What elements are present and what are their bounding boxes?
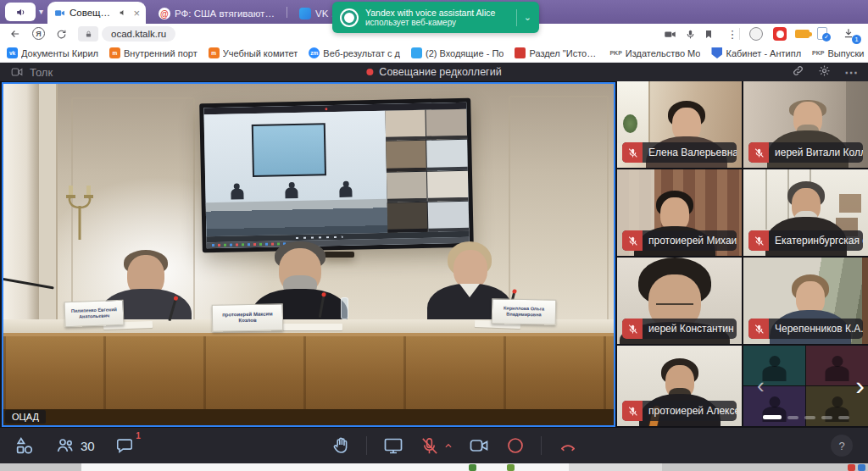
mic-muted-icon (748, 142, 769, 163)
yandex-services-button[interactable]: Я (32, 27, 45, 40)
back-button[interactable] (8, 27, 22, 41)
mic-muted-icon (622, 230, 643, 251)
participant-tile[interactable]: иерей Константин Ре... (617, 258, 742, 344)
downloads-button[interactable]: 1 (843, 27, 858, 42)
desk-base (3, 409, 614, 425)
participant-tile[interactable]: Елена Валерьевна Гр... (617, 81, 742, 168)
bookmark-item[interactable]: mВнутренний порт (109, 47, 198, 58)
carousel-prev-icon[interactable]: ‹ (757, 373, 765, 399)
help-button[interactable]: ? (831, 435, 853, 457)
layout-view-button[interactable] (14, 435, 35, 457)
bookmark-flag-icon[interactable] (702, 27, 715, 41)
paper-sheet (283, 324, 342, 330)
tv-mini-person (231, 188, 243, 199)
vk-workmail-icon (299, 8, 311, 19)
url-field[interactable]: ocad.ktalk.ru (102, 26, 175, 42)
participant-name-label: протоиерей Михаил ... (622, 230, 737, 251)
more-options-icon[interactable]: ⋯ (844, 64, 860, 80)
participant-name-label: Екатеринбургская се... (748, 230, 863, 251)
lock-icon[interactable] (78, 26, 98, 42)
taskbar-app-icon[interactable] (848, 464, 855, 471)
tv-mini-tv (251, 123, 326, 177)
microphone-control[interactable] (420, 436, 453, 456)
reload-button[interactable] (54, 27, 68, 41)
taskbar-app-icon[interactable] (469, 464, 476, 471)
camera-in-use-icon[interactable] (663, 27, 676, 41)
browser-menu-icon[interactable]: ⋮ (726, 27, 739, 41)
mic-muted-icon (748, 319, 769, 339)
page-dot[interactable] (787, 416, 798, 419)
bookmark-item[interactable]: mУчебный комитет (209, 47, 298, 58)
page-dot[interactable] (821, 416, 832, 419)
portal-icon: m (209, 47, 220, 58)
page-dot[interactable] (838, 416, 849, 419)
tab-divider (287, 7, 287, 18)
nameplate: протоиерей Максим Козлов (212, 303, 284, 331)
carousel-next-icon[interactable]: › (855, 370, 865, 402)
page-dot-active[interactable] (763, 415, 782, 419)
stage-location-label: ОЦАД (5, 410, 46, 424)
tab-meeting[interactable]: Совещание редколл × (47, 2, 146, 24)
pkp-icon: PKP (812, 47, 824, 58)
copy-link-icon[interactable] (792, 64, 804, 80)
mic-options-chevron[interactable] (444, 442, 453, 449)
avatar-silhouette-icon (769, 396, 780, 407)
participants-button[interactable]: 30 (55, 435, 95, 456)
bookmark-item[interactable]: PKPИздательство Мо (609, 47, 700, 58)
mic-muted-icon (622, 401, 643, 421)
taskbar-app-icon[interactable] (858, 464, 865, 471)
mic-muted-icon (622, 319, 643, 339)
bookmark-item[interactable]: Кабинет - Антипл (711, 47, 801, 58)
bookmark-item[interactable]: Раздел "История (515, 47, 598, 58)
participants-count: 30 (81, 439, 95, 453)
extension-icon-1[interactable] (749, 27, 763, 41)
carousel-pagination[interactable] (763, 415, 849, 419)
taskbar-app-icon[interactable] (507, 464, 515, 471)
chat-unread-badge: 1 (136, 431, 141, 441)
mic-muted-icon (748, 230, 769, 251)
tab-news[interactable]: @ РФ: США втягивают нейтр (153, 3, 281, 24)
camera-permission-toast[interactable]: Yandex with voice assistant Alice исполь… (332, 2, 539, 33)
extension-icon-docs[interactable] (817, 27, 827, 40)
participant-tile[interactable]: Черепенников К.А. (743, 258, 868, 344)
bookmark-item[interactable]: (2) Входящие - По (411, 47, 504, 58)
mic-in-use-icon[interactable] (683, 27, 697, 41)
record-button[interactable] (505, 435, 526, 456)
extension-icon-2[interactable] (773, 27, 787, 41)
settings-gear-icon[interactable] (818, 64, 831, 80)
raise-hand-button[interactable] (331, 435, 351, 456)
participant-tile[interactable]: иерей Витали Коллан... (743, 81, 868, 168)
bookmarks-bar: vkДокументы Кирил mВнутренний порт mУчеб… (0, 44, 868, 63)
portal-icon: m (109, 47, 120, 58)
chat-button[interactable]: 1 (115, 436, 134, 455)
participant-name-label: иерей Константин Ре... (622, 319, 737, 339)
chevron-down-icon[interactable]: ⌄ (516, 9, 531, 26)
extension-icon-battery[interactable] (795, 30, 810, 38)
participant-tile[interactable]: протоиерей Михаил ... (617, 169, 742, 256)
divider (739, 28, 740, 40)
meeting-title: Совещание редколлегий (379, 66, 501, 78)
participant-placeholder (743, 386, 805, 426)
participant-tile[interactable]: протоиерей Алексей ... (617, 346, 742, 426)
chevron-down-icon[interactable]: ▾ (39, 7, 43, 16)
tab-audio-playing-button[interactable] (5, 3, 36, 21)
bookmark-item[interactable]: zmВеб-результат с д (309, 47, 400, 58)
participant-tile[interactable]: Екатеринбургская се... (743, 169, 868, 256)
page-dot[interactable] (804, 416, 815, 419)
leave-call-button[interactable] (557, 435, 579, 456)
book-icon (515, 47, 526, 58)
tv-stand (324, 252, 354, 258)
recording-dot-icon (366, 69, 373, 75)
tab-close-icon[interactable]: × (133, 7, 140, 19)
bookmark-item[interactable]: PKPВыпуски (812, 47, 864, 58)
tab-sound-icon[interactable] (119, 8, 127, 17)
mic-muted-icon[interactable] (420, 436, 439, 456)
bookmark-item[interactable]: vkДокументы Кирил (7, 47, 98, 58)
camera-button[interactable] (468, 435, 490, 456)
door-frame (39, 84, 58, 357)
main-stage-video[interactable]: Пилипенко Евгений Анатольевич протоиерей… (2, 82, 615, 427)
conference-room-scene: Пилипенко Евгений Анатольевич протоиерей… (3, 84, 614, 425)
divider (541, 436, 542, 455)
share-screen-button[interactable] (382, 435, 404, 456)
vk-icon: vk (7, 47, 18, 58)
